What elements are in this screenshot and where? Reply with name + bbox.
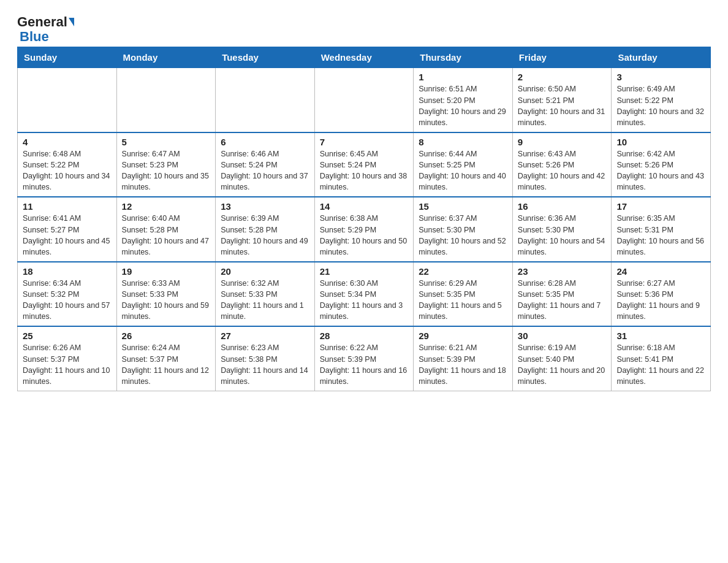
calendar-cell: 28Sunrise: 6:22 AMSunset: 5:39 PMDayligh… <box>314 326 414 391</box>
day-number: 13 <box>221 201 309 212</box>
day-info: Sunrise: 6:38 AMSunset: 5:29 PMDaylight:… <box>320 213 409 258</box>
day-number: 25 <box>23 331 112 341</box>
weekday-header-thursday: Thursday <box>414 47 513 68</box>
calendar-week-row: 18Sunrise: 6:34 AMSunset: 5:32 PMDayligh… <box>18 262 711 327</box>
day-number: 31 <box>616 331 705 341</box>
calendar-cell: 26Sunrise: 6:24 AMSunset: 5:37 PMDayligh… <box>116 326 216 391</box>
calendar-cell: 14Sunrise: 6:38 AMSunset: 5:29 PMDayligh… <box>314 197 414 262</box>
day-info: Sunrise: 6:35 AMSunset: 5:31 PMDaylight:… <box>616 213 705 258</box>
day-number: 26 <box>122 331 211 341</box>
calendar-cell: 6Sunrise: 6:46 AMSunset: 5:24 PMDaylight… <box>216 132 315 197</box>
day-info: Sunrise: 6:24 AMSunset: 5:37 PMDaylight:… <box>122 342 211 387</box>
weekday-header-wednesday: Wednesday <box>314 47 414 68</box>
day-number: 8 <box>419 137 507 147</box>
calendar-cell: 8Sunrise: 6:44 AMSunset: 5:25 PMDaylight… <box>414 132 513 197</box>
calendar-cell: 17Sunrise: 6:35 AMSunset: 5:31 PMDayligh… <box>612 197 711 262</box>
calendar-cell: 16Sunrise: 6:36 AMSunset: 5:30 PMDayligh… <box>512 197 612 262</box>
calendar-cell: 3Sunrise: 6:49 AMSunset: 5:22 PMDaylight… <box>612 68 711 132</box>
weekday-header-tuesday: Tuesday <box>216 47 315 68</box>
day-info: Sunrise: 6:49 AMSunset: 5:22 PMDaylight:… <box>616 83 705 128</box>
day-number: 3 <box>616 72 705 82</box>
day-number: 2 <box>518 72 607 82</box>
calendar-cell: 23Sunrise: 6:28 AMSunset: 5:35 PMDayligh… <box>512 262 612 327</box>
day-number: 16 <box>518 201 607 212</box>
day-info: Sunrise: 6:32 AMSunset: 5:33 PMDaylight:… <box>221 278 309 323</box>
day-number: 6 <box>221 137 309 147</box>
logo-triangle-icon <box>69 18 74 26</box>
day-number: 1 <box>419 72 507 82</box>
day-number: 7 <box>320 137 409 147</box>
calendar-cell: 9Sunrise: 6:43 AMSunset: 5:26 PMDaylight… <box>512 132 612 197</box>
calendar-cell: 2Sunrise: 6:50 AMSunset: 5:21 PMDaylight… <box>512 68 612 132</box>
weekday-header-saturday: Saturday <box>612 47 711 68</box>
calendar-cell: 24Sunrise: 6:27 AMSunset: 5:36 PMDayligh… <box>612 262 711 327</box>
calendar-cell: 11Sunrise: 6:41 AMSunset: 5:27 PMDayligh… <box>18 197 117 262</box>
day-info: Sunrise: 6:41 AMSunset: 5:27 PMDaylight:… <box>23 213 112 258</box>
day-number: 28 <box>320 331 409 341</box>
day-info: Sunrise: 6:37 AMSunset: 5:30 PMDaylight:… <box>419 213 507 258</box>
calendar-cell: 18Sunrise: 6:34 AMSunset: 5:32 PMDayligh… <box>18 262 117 327</box>
day-info: Sunrise: 6:39 AMSunset: 5:28 PMDaylight:… <box>221 213 309 258</box>
day-info: Sunrise: 6:30 AMSunset: 5:34 PMDaylight:… <box>320 278 409 323</box>
day-number: 18 <box>23 266 112 277</box>
calendar-cell: 15Sunrise: 6:37 AMSunset: 5:30 PMDayligh… <box>414 197 513 262</box>
day-number: 27 <box>221 331 309 341</box>
day-number: 22 <box>419 266 507 277</box>
calendar-cell <box>314 68 414 132</box>
day-number: 14 <box>320 201 409 212</box>
calendar-cell: 10Sunrise: 6:42 AMSunset: 5:26 PMDayligh… <box>612 132 711 197</box>
day-info: Sunrise: 6:23 AMSunset: 5:38 PMDaylight:… <box>221 342 309 387</box>
day-info: Sunrise: 6:44 AMSunset: 5:25 PMDaylight:… <box>419 148 507 193</box>
day-number: 23 <box>518 266 607 277</box>
day-number: 9 <box>518 137 607 147</box>
day-number: 21 <box>320 266 409 277</box>
day-info: Sunrise: 6:28 AMSunset: 5:35 PMDaylight:… <box>518 278 607 323</box>
calendar-cell: 21Sunrise: 6:30 AMSunset: 5:34 PMDayligh… <box>314 262 414 327</box>
weekday-header-friday: Friday <box>512 47 612 68</box>
day-info: Sunrise: 6:27 AMSunset: 5:36 PMDaylight:… <box>616 278 705 323</box>
day-info: Sunrise: 6:43 AMSunset: 5:26 PMDaylight:… <box>518 148 607 193</box>
day-info: Sunrise: 6:51 AMSunset: 5:20 PMDaylight:… <box>419 83 507 128</box>
weekday-header-sunday: Sunday <box>18 47 117 68</box>
page-header: General Blue <box>17 15 711 44</box>
logo-general: General <box>17 15 67 29</box>
calendar-cell: 12Sunrise: 6:40 AMSunset: 5:28 PMDayligh… <box>116 197 216 262</box>
day-info: Sunrise: 6:33 AMSunset: 5:33 PMDaylight:… <box>122 278 211 323</box>
day-info: Sunrise: 6:34 AMSunset: 5:32 PMDaylight:… <box>23 278 112 323</box>
calendar-cell: 7Sunrise: 6:45 AMSunset: 5:24 PMDaylight… <box>314 132 414 197</box>
calendar-cell: 27Sunrise: 6:23 AMSunset: 5:38 PMDayligh… <box>216 326 315 391</box>
logo: General Blue <box>17 15 74 44</box>
day-info: Sunrise: 6:50 AMSunset: 5:21 PMDaylight:… <box>518 83 607 128</box>
day-info: Sunrise: 6:46 AMSunset: 5:24 PMDaylight:… <box>221 148 309 193</box>
day-info: Sunrise: 6:21 AMSunset: 5:39 PMDaylight:… <box>419 342 507 387</box>
day-number: 11 <box>23 201 112 212</box>
day-number: 17 <box>616 201 705 212</box>
calendar-week-row: 1Sunrise: 6:51 AMSunset: 5:20 PMDaylight… <box>18 68 711 132</box>
calendar-cell: 22Sunrise: 6:29 AMSunset: 5:35 PMDayligh… <box>414 262 513 327</box>
calendar-cell: 1Sunrise: 6:51 AMSunset: 5:20 PMDaylight… <box>414 68 513 132</box>
calendar-cell: 5Sunrise: 6:47 AMSunset: 5:23 PMDaylight… <box>116 132 216 197</box>
day-number: 29 <box>419 331 507 341</box>
day-info: Sunrise: 6:48 AMSunset: 5:22 PMDaylight:… <box>23 148 112 193</box>
calendar-cell: 25Sunrise: 6:26 AMSunset: 5:37 PMDayligh… <box>18 326 117 391</box>
day-number: 30 <box>518 331 607 341</box>
day-info: Sunrise: 6:19 AMSunset: 5:40 PMDaylight:… <box>518 342 607 387</box>
calendar-cell <box>18 68 117 132</box>
day-info: Sunrise: 6:47 AMSunset: 5:23 PMDaylight:… <box>122 148 211 193</box>
day-number: 5 <box>122 137 211 147</box>
calendar-cell: 29Sunrise: 6:21 AMSunset: 5:39 PMDayligh… <box>414 326 513 391</box>
calendar-week-row: 4Sunrise: 6:48 AMSunset: 5:22 PMDaylight… <box>18 132 711 197</box>
day-info: Sunrise: 6:36 AMSunset: 5:30 PMDaylight:… <box>518 213 607 258</box>
calendar-cell <box>116 68 216 132</box>
day-number: 19 <box>122 266 211 277</box>
day-info: Sunrise: 6:40 AMSunset: 5:28 PMDaylight:… <box>122 213 211 258</box>
logo-blue: Blue <box>17 29 49 44</box>
day-number: 10 <box>616 137 705 147</box>
calendar-cell: 4Sunrise: 6:48 AMSunset: 5:22 PMDaylight… <box>18 132 117 197</box>
calendar-cell: 30Sunrise: 6:19 AMSunset: 5:40 PMDayligh… <box>512 326 612 391</box>
calendar-week-row: 11Sunrise: 6:41 AMSunset: 5:27 PMDayligh… <box>18 197 711 262</box>
day-info: Sunrise: 6:29 AMSunset: 5:35 PMDaylight:… <box>419 278 507 323</box>
calendar-cell: 31Sunrise: 6:18 AMSunset: 5:41 PMDayligh… <box>612 326 711 391</box>
day-number: 12 <box>122 201 211 212</box>
weekday-header-monday: Monday <box>116 47 216 68</box>
